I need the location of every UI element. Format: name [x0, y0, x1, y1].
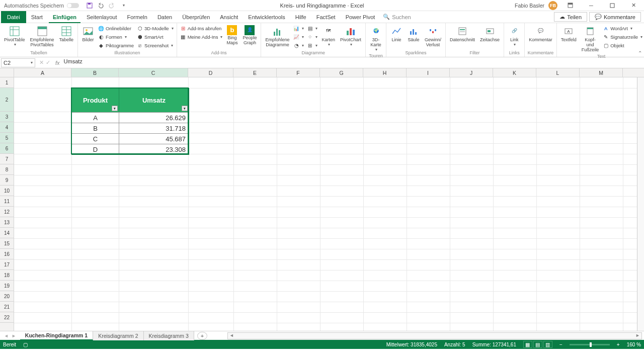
cell-produkt[interactable]: C: [72, 134, 119, 144]
chart-combo-button[interactable]: ⊞▾: [306, 41, 318, 49]
karten-button[interactable]: 🗺Karten▾: [319, 24, 337, 48]
row-header-9[interactable]: 9: [0, 175, 14, 186]
table-button[interactable]: Tabelle: [57, 24, 76, 44]
column-header-G[interactable]: G: [320, 68, 363, 77]
qat-customize-icon[interactable]: ▾: [120, 2, 127, 9]
wordart-button[interactable]: AWordArt▾: [602, 24, 643, 32]
object-button[interactable]: ▢Objekt: [602, 41, 643, 49]
smartart-button[interactable]: ⬢SmartArt: [136, 33, 175, 41]
tab-hilfe[interactable]: Hilfe: [290, 11, 311, 23]
close-button[interactable]: ✕: [625, 0, 642, 11]
timeline-button[interactable]: Zeitachse: [478, 24, 502, 44]
chart-bar-button[interactable]: 📊▾: [292, 24, 305, 32]
sheet-next-icon[interactable]: ►: [12, 333, 16, 338]
tab-factset[interactable]: FactSet: [311, 11, 341, 23]
column-header-A[interactable]: A: [14, 68, 71, 77]
empf-pivot-button[interactable]: Empfohlene PivotTables: [28, 24, 56, 49]
tab-seitenlayout[interactable]: Seitenlayout: [82, 11, 122, 23]
row-header-14[interactable]: 14: [0, 228, 14, 238]
slicer-button[interactable]: Datenschnitt: [448, 24, 477, 44]
row-header-2[interactable]: 2: [0, 88, 14, 112]
sparkline-line-button[interactable]: Linie: [388, 24, 405, 44]
view-break-button[interactable]: ▥: [543, 341, 552, 348]
column-header-C[interactable]: C: [119, 68, 188, 77]
column-header-L[interactable]: L: [536, 68, 580, 77]
kommentar-button[interactable]: 💬Kommentar: [527, 24, 554, 44]
column-header-H[interactable]: H: [363, 68, 407, 77]
row-header-10[interactable]: 10: [0, 186, 14, 196]
chart-line-button[interactable]: 📈▾: [292, 33, 305, 41]
row-header-19[interactable]: 19: [0, 281, 14, 291]
save-icon[interactable]: [86, 2, 93, 9]
pikto-button[interactable]: ◆Piktogramme: [97, 41, 135, 49]
zoom-level[interactable]: 160 %: [627, 342, 641, 347]
row-header-18[interactable]: 18: [0, 270, 14, 281]
table-row[interactable]: C45.687: [72, 133, 189, 144]
toggle-switch[interactable]: [67, 3, 79, 8]
cells-area[interactable]: Produkt ▾ Umsatz ▾ A26.629B31.718C45.687…: [14, 77, 644, 331]
row-header-20[interactable]: 20: [0, 291, 14, 302]
table-row[interactable]: A26.629: [72, 112, 189, 123]
column-header-I[interactable]: I: [407, 68, 450, 77]
pivotchart-button[interactable]: PivotChart▾: [338, 24, 363, 48]
macro-record-icon[interactable]: ▢: [23, 342, 28, 347]
tab-ueberpruefen[interactable]: Überprüfen: [177, 11, 215, 23]
column-header-M[interactable]: M: [580, 68, 623, 77]
pivottable-button[interactable]: PivotTable▾: [2, 24, 27, 48]
zoom-in-button[interactable]: +: [617, 342, 620, 347]
screenshot-button[interactable]: ⎚Screenshot▾: [136, 41, 175, 49]
share-button[interactable]: ☁Teilen: [554, 12, 587, 22]
undo-icon[interactable]: [97, 2, 104, 9]
tab-einfuegen[interactable]: Einfügen: [48, 11, 82, 23]
tab-ansicht[interactable]: Ansicht: [215, 11, 243, 23]
view-normal-button[interactable]: ▦: [523, 341, 532, 348]
get-addins-button[interactable]: ⊞Add-Ins abrufen: [179, 24, 224, 32]
fx-icon[interactable]: fx: [53, 60, 62, 66]
cancel-formula-icon[interactable]: ✕: [39, 59, 44, 66]
tab-file[interactable]: Datei: [1, 11, 26, 23]
my-addins-button[interactable]: ▦Meine Add-Ins▾: [179, 33, 224, 41]
row-header-5[interactable]: 5: [0, 133, 14, 143]
search-box[interactable]: 🔍 Suchen: [383, 14, 411, 20]
row-header-11[interactable]: 11: [0, 196, 14, 207]
column-header-B[interactable]: B: [71, 68, 119, 77]
cell-umsatz[interactable]: 23.308: [119, 144, 189, 154]
cell-umsatz[interactable]: 26.629: [119, 113, 189, 123]
people-graph-button[interactable]: 👤People Graph: [240, 24, 259, 47]
sheet-tab-3[interactable]: Kreisdiagramm 3: [144, 331, 194, 340]
redo-icon[interactable]: [108, 2, 115, 9]
column-header-D[interactable]: D: [188, 68, 233, 77]
column-header-F[interactable]: F: [277, 68, 320, 77]
tab-powerpivot[interactable]: Power Pivot: [341, 11, 380, 23]
ribbon-display-icon[interactable]: [561, 0, 579, 11]
column-header-K[interactable]: K: [493, 68, 536, 77]
horizontal-scrollbar[interactable]: ◄►: [227, 332, 642, 339]
row-header-15[interactable]: 15: [0, 238, 14, 249]
textbox-button[interactable]: ATextfeld: [559, 24, 579, 44]
table-header-produkt[interactable]: Produkt ▾: [72, 88, 119, 112]
name-box[interactable]: C2▾: [1, 58, 35, 67]
row-header-6[interactable]: 6: [0, 143, 14, 154]
row-header-17[interactable]: 17: [0, 259, 14, 270]
row-header-22[interactable]: 22: [0, 312, 14, 323]
header-footer-button[interactable]: Kopf- und Fußzeile: [580, 24, 601, 54]
accept-formula-icon[interactable]: ✓: [46, 59, 50, 66]
avatar[interactable]: FB: [548, 1, 557, 10]
formen-button[interactable]: ◐Formen▾: [97, 33, 135, 41]
sparkline-wl-button[interactable]: Gewinn/ Verlust: [423, 24, 443, 49]
comments-button[interactable]: 💬Kommentare: [589, 12, 641, 22]
new-sheet-button[interactable]: +: [197, 332, 207, 340]
vertical-scrollbar[interactable]: [637, 77, 644, 331]
sheet-nav[interactable]: ◄►: [0, 333, 20, 338]
row-header-8[interactable]: 8: [0, 164, 14, 175]
link-button[interactable]: 🔗Link▾: [506, 24, 522, 48]
cell-umsatz[interactable]: 31.718: [119, 123, 189, 133]
row-header-16[interactable]: 16: [0, 249, 14, 259]
tab-entwickler[interactable]: Entwicklertools: [243, 11, 290, 23]
cell-umsatz[interactable]: 45.687: [119, 134, 189, 144]
row-header-1[interactable]: 1: [0, 77, 14, 88]
autosave-toggle[interactable]: Automatisches Speichern: [0, 3, 83, 9]
table-row[interactable]: D23.308: [72, 144, 189, 154]
cell-produkt[interactable]: A: [72, 113, 119, 123]
view-layout-button[interactable]: ▤: [533, 341, 542, 348]
